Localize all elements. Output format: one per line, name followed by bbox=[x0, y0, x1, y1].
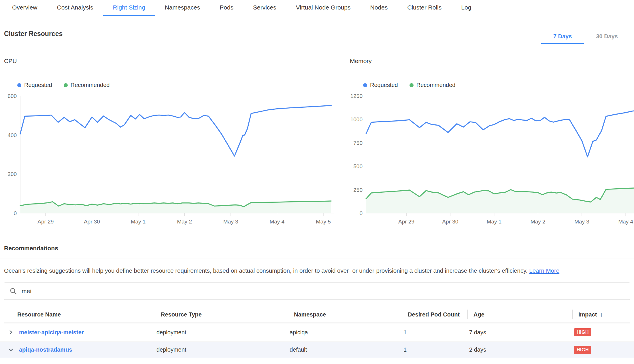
resource-type-cell: deployment bbox=[151, 329, 284, 336]
table-row: apiqa-nostradamus deployment default 1 2… bbox=[0, 342, 634, 358]
svg-text:May 1: May 1 bbox=[131, 219, 146, 225]
learn-more-link[interactable]: Learn More bbox=[529, 267, 559, 274]
svg-text:1250: 1250 bbox=[350, 93, 363, 99]
svg-text:250: 250 bbox=[353, 187, 363, 193]
svg-text:1000: 1000 bbox=[350, 116, 363, 122]
cluster-resources-header: Cluster Resources 7 Days 30 Days bbox=[0, 16, 634, 44]
legend-item-requested: Requested bbox=[363, 82, 398, 88]
tab-right-sizing[interactable]: Right Sizing bbox=[103, 0, 155, 16]
legend-label: Recommended bbox=[416, 82, 456, 88]
svg-text:May 1: May 1 bbox=[487, 219, 502, 225]
tab-overview[interactable]: Overview bbox=[2, 0, 47, 16]
cpu-line-chart: 0200400600Apr 29Apr 30May 1May 2May 3May… bbox=[4, 91, 334, 228]
memory-chart-panel: Memory Requested Recommended 02505007501… bbox=[350, 58, 634, 228]
namespace-cell: default bbox=[284, 346, 398, 353]
col-resource-type: Resource Type bbox=[155, 310, 288, 319]
svg-text:Apr 30: Apr 30 bbox=[84, 219, 100, 225]
time-range-toggle: 7 Days 30 Days bbox=[541, 33, 630, 44]
svg-text:May 2: May 2 bbox=[177, 219, 192, 225]
tab-virtual-node-groups[interactable]: Virtual Node Groups bbox=[286, 0, 361, 16]
recommendations-title: Recommendations bbox=[0, 228, 634, 259]
legend-item-recommended: Recommended bbox=[410, 82, 456, 88]
svg-text:200: 200 bbox=[7, 171, 17, 177]
legend-label: Recommended bbox=[71, 82, 110, 88]
svg-text:Apr 29: Apr 29 bbox=[37, 219, 54, 225]
svg-text:May 4: May 4 bbox=[618, 219, 633, 225]
impact-badge: HIGH bbox=[574, 346, 591, 354]
svg-text:500: 500 bbox=[353, 163, 363, 169]
search-icon bbox=[10, 287, 17, 295]
recommended-dot-icon bbox=[410, 83, 414, 87]
svg-text:600: 600 bbox=[7, 93, 17, 99]
legend-item-requested: Requested bbox=[17, 82, 52, 88]
page-title: Cluster Resources bbox=[4, 16, 63, 44]
tab-namespaces[interactable]: Namespaces bbox=[155, 0, 210, 16]
svg-text:May 2: May 2 bbox=[531, 219, 546, 225]
desired-pod-count-cell: 1 bbox=[398, 329, 463, 336]
svg-text:400: 400 bbox=[7, 132, 17, 138]
desired-pod-count-cell: 1 bbox=[398, 346, 463, 353]
col-age: Age bbox=[467, 310, 572, 319]
col-namespace: Namespace bbox=[288, 310, 402, 319]
tab-cluster-rolls[interactable]: Cluster Rolls bbox=[397, 0, 451, 16]
tab-log[interactable]: Log bbox=[451, 0, 481, 16]
cpu-chart-panel: CPU Requested Recommended 0200400600Apr … bbox=[4, 58, 334, 228]
chevron-right-icon bbox=[8, 330, 14, 335]
requested-dot-icon bbox=[363, 83, 367, 87]
svg-text:750: 750 bbox=[353, 140, 363, 146]
namespace-cell: apiciqa bbox=[284, 329, 398, 336]
requested-dot-icon bbox=[17, 83, 21, 87]
memory-chart-title: Memory bbox=[350, 58, 634, 68]
range-tab-7-days[interactable]: 7 Days bbox=[541, 33, 584, 44]
svg-text:Apr 29: Apr 29 bbox=[398, 219, 414, 225]
cpu-chart-title: CPU bbox=[4, 58, 334, 68]
legend-label: Requested bbox=[370, 82, 398, 88]
charts-row: CPU Requested Recommended 0200400600Apr … bbox=[0, 58, 634, 228]
svg-text:0: 0 bbox=[14, 210, 17, 216]
memory-line-chart: 025050075010001250Apr 29Apr 30May 1May 2… bbox=[350, 91, 634, 228]
tab-pods[interactable]: Pods bbox=[210, 0, 243, 16]
legend-item-recommended: Recommended bbox=[64, 82, 110, 88]
tab-cost-analysis[interactable]: Cost Analysis bbox=[47, 0, 103, 16]
svg-text:May 5: May 5 bbox=[316, 219, 331, 225]
svg-text:May 3: May 3 bbox=[574, 219, 589, 225]
tab-services[interactable]: Services bbox=[243, 0, 286, 16]
svg-text:0: 0 bbox=[359, 210, 363, 216]
description-text: Ocean's resizing suggestions will help y… bbox=[4, 267, 528, 274]
resource-name-link[interactable]: meister-apiciqa-meister bbox=[19, 329, 84, 336]
age-cell: 2 days bbox=[463, 346, 568, 353]
chevron-down-icon bbox=[8, 347, 14, 352]
range-tab-30-days[interactable]: 30 Days bbox=[584, 33, 630, 44]
table-header: Resource Name Resource Type Namespace De… bbox=[4, 307, 630, 323]
search-box[interactable] bbox=[4, 283, 630, 300]
legend-label: Requested bbox=[24, 82, 52, 88]
table-row: meister-apiciqa-meister deployment apici… bbox=[0, 323, 634, 342]
expand-row-button[interactable] bbox=[7, 329, 14, 336]
col-desired-pod-count: Desired Pod Count bbox=[402, 310, 467, 319]
svg-text:May 3: May 3 bbox=[223, 219, 238, 225]
impact-badge: HIGH bbox=[574, 328, 591, 336]
svg-text:Apr 30: Apr 30 bbox=[442, 219, 458, 225]
recommendations-description: Ocean's resizing suggestions will help y… bbox=[0, 259, 634, 275]
col-resource-name: Resource Name bbox=[4, 310, 155, 319]
recommendations-table: Resource Name Resource Type Namespace De… bbox=[0, 307, 634, 358]
tab-nodes[interactable]: Nodes bbox=[361, 0, 398, 16]
svg-text:May 4: May 4 bbox=[269, 219, 284, 225]
resource-type-cell: deployment bbox=[151, 346, 284, 353]
collapse-row-button[interactable] bbox=[7, 346, 14, 353]
memory-chart-legend: Requested Recommended bbox=[363, 82, 634, 88]
sort-desc-icon[interactable]: ↓ bbox=[600, 311, 603, 318]
cpu-chart-legend: Requested Recommended bbox=[17, 82, 334, 88]
impact-label: Impact bbox=[578, 311, 597, 318]
col-impact: Impact ↓ bbox=[572, 310, 630, 319]
search-input[interactable] bbox=[22, 288, 624, 295]
recommended-dot-icon bbox=[64, 83, 68, 87]
age-cell: 7 days bbox=[463, 329, 568, 336]
top-tab-bar: Overview Cost Analysis Right Sizing Name… bbox=[0, 0, 634, 16]
resource-name-link[interactable]: apiqa-nostradamus bbox=[19, 346, 72, 353]
